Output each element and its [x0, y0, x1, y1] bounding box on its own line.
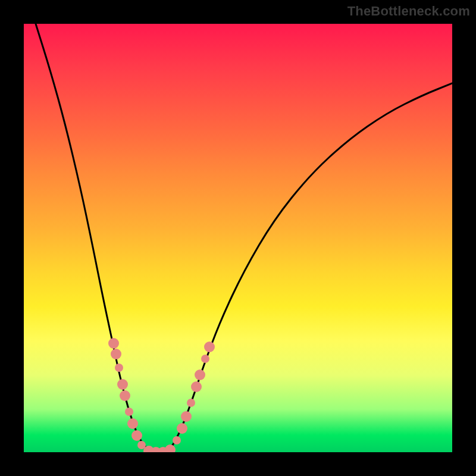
curve-group	[36, 24, 452, 452]
highlight-dot	[125, 408, 133, 416]
highlight-dot	[120, 390, 130, 401]
highlight-dot	[187, 399, 195, 407]
chart-svg	[24, 24, 452, 452]
highlight-dot	[181, 411, 192, 422]
highlight-dot	[111, 349, 121, 359]
highlight-dot	[131, 430, 142, 441]
highlight-dot	[191, 381, 202, 392]
curve-right-arm	[165, 83, 452, 452]
plot-area	[24, 24, 452, 452]
outer-frame: TheBottleneck.com	[0, 0, 476, 476]
curve-left-arm	[36, 24, 154, 452]
highlight-dot	[165, 444, 176, 452]
highlight-dot	[177, 423, 187, 434]
highlight-dot	[127, 418, 138, 429]
highlight-dot	[173, 436, 181, 444]
highlight-dot	[195, 369, 205, 380]
highlight-dot	[115, 364, 123, 372]
highlight-dot	[117, 379, 128, 390]
highlight-dots-group	[108, 338, 215, 452]
highlight-dot	[108, 338, 119, 349]
highlight-dot	[204, 342, 215, 352]
highlight-dot	[201, 355, 209, 363]
watermark-text: TheBottleneck.com	[347, 4, 470, 19]
